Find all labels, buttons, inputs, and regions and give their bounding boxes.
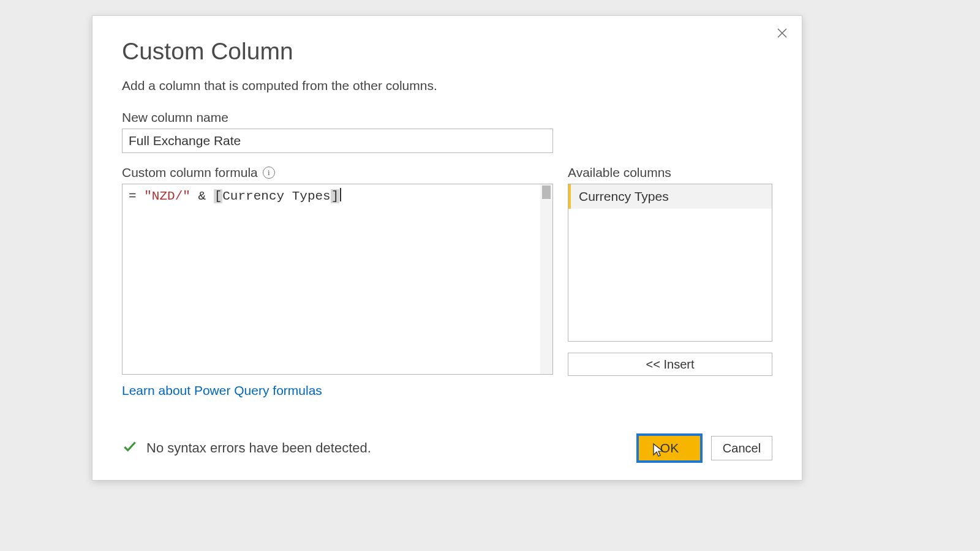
insert-button[interactable]: << Insert <box>568 353 772 376</box>
formula-amp: & <box>190 189 214 203</box>
custom-column-dialog: Custom Column Add a column that is compu… <box>92 15 802 481</box>
new-column-name-input[interactable] <box>122 129 553 153</box>
text-caret <box>340 188 341 201</box>
available-columns-label: Available columns <box>568 165 772 180</box>
formula-text: = "NZD/" & [Currency Types] <box>123 184 552 207</box>
formula-string: "NZD/" <box>144 189 190 203</box>
status-text: No syntax errors have been detected. <box>146 440 371 456</box>
new-column-name-label: New column name <box>122 110 772 125</box>
learn-link[interactable]: Learn about Power Query formulas <box>122 383 322 398</box>
formula-label-text: Custom column formula <box>122 165 258 180</box>
close-button[interactable] <box>774 24 791 42</box>
formula-label: Custom column formula i <box>122 165 553 180</box>
formula-rbracket: ] <box>331 189 340 203</box>
scrollbar-thumb[interactable] <box>542 186 551 199</box>
ok-label: OK <box>660 441 679 455</box>
formula-lbracket: [ <box>214 189 223 203</box>
dialog-title: Custom Column <box>122 38 772 65</box>
formula-eq: = <box>129 189 144 203</box>
info-icon[interactable]: i <box>263 167 275 179</box>
status-message: No syntax errors have been detected. <box>122 438 371 458</box>
close-icon <box>776 27 788 39</box>
available-columns-list[interactable]: Currency Types <box>568 184 772 342</box>
formula-editor[interactable]: = "NZD/" & [Currency Types] <box>122 184 553 375</box>
dialog-subtitle: Add a column that is computed from the o… <box>122 78 772 93</box>
formula-scrollbar[interactable] <box>540 184 552 374</box>
cancel-button[interactable]: Cancel <box>711 436 772 460</box>
check-icon <box>122 438 138 458</box>
ok-button[interactable]: OK <box>636 433 703 463</box>
available-item-currency-types[interactable]: Currency Types <box>568 184 772 209</box>
formula-colref: Currency Types <box>222 189 330 203</box>
